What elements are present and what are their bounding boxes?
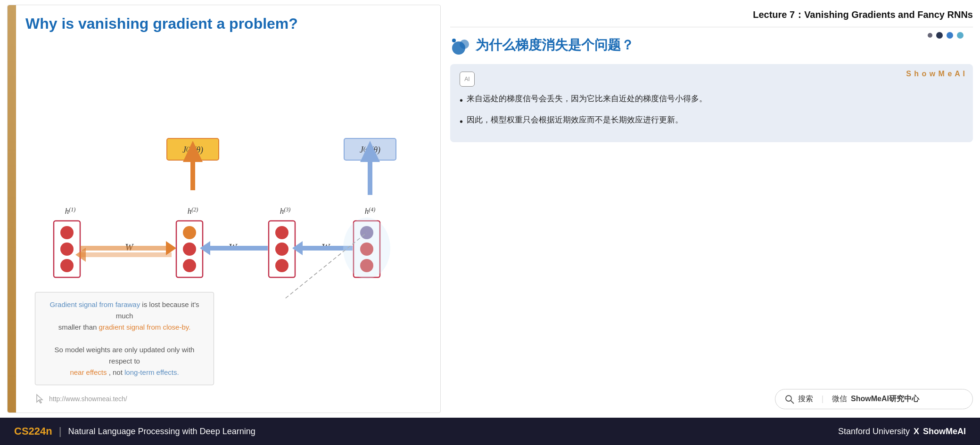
slide-panel: Why is vanishing gradient a problem? J(2… [7,5,441,413]
dot-1 [928,33,932,38]
svg-point-15 [183,226,196,239]
showmeai-brand: S h o w M e A I [906,70,965,78]
chinese-title: 为什么梯度消失是个问题？ [476,36,634,54]
bottom-right: Stanford University X ShowMeAI [838,427,966,437]
bottom-divider: | [59,425,62,437]
svg-point-12 [60,259,74,272]
svg-point-21 [275,243,288,256]
svg-marker-34 [205,246,268,251]
showmeai-card: AI S h o w M e A I 来自远处的梯度信号会丢失，因为它比来自近处… [450,64,973,142]
bullet-item-2: 因此，模型权重只会根据近期效应而不是长期效应进行更新。 [460,113,964,129]
search-divider: ｜ [819,394,826,404]
footer-url: http://www.showmeai.tech/ [49,395,127,403]
title-icon [450,35,471,56]
cursor-icon [35,394,45,404]
bullet-item-1: 来自远处的梯度信号会丢失，因为它比来自近处的梯度信号小得多。 [460,92,964,108]
svg-point-43 [460,40,469,49]
lecture-header: Lecture 7：Vanishing Gradients and Fancy … [450,5,973,27]
svg-text:h(1): h(1) [65,206,76,216]
svg-marker-41 [37,395,42,403]
annotation-not: , not [109,368,124,376]
chinese-title-row: 为什么梯度消失是个问题？ [450,35,973,56]
course-code: CS224n [14,425,52,437]
right-content: 为什么梯度消失是个问题？ AI S h o w M e A I 来自远处的梯度信… [450,35,973,413]
bullet-list: 来自远处的梯度信号会丢失，因为它比来自近处的梯度信号小得多。 因此，模型权重只会… [460,92,964,129]
annotation-faraway: Gradient signal from faraway [49,300,140,308]
rnn-diagram: J(2)(θ) J(4)(θ) h(1) [35,134,421,299]
annotation-text2: smaller than gradient signal from close-… [44,322,205,333]
slide-title: Why is vanishing gradient a problem? [25,15,431,32]
annotation-longterm: long-term effects. [124,368,179,376]
svg-point-11 [60,243,74,256]
annotation-text3: So model weights are only updated only w… [44,344,205,367]
svg-text:h(3): h(3) [280,206,291,216]
showmeai-footer-brand: ShowMeAI [923,427,966,437]
right-panel: Lecture 7：Vanishing Gradients and Fancy … [445,0,980,418]
search-bar[interactable]: 搜索 ｜ 微信 ShowMeAI研究中心 [775,389,973,409]
annotation-near: near effects [70,368,107,376]
svg-text:h(4): h(4) [365,206,376,216]
svg-point-20 [275,226,288,239]
svg-point-22 [275,259,288,272]
svg-point-10 [60,226,74,239]
svg-point-17 [183,259,196,272]
svg-marker-6 [368,160,372,195]
bottom-left: CS224n | Natural Language Processing wit… [14,425,255,437]
dot-2 [936,32,943,39]
svg-marker-31 [80,252,172,257]
dot-4 [957,32,964,39]
svg-marker-29 [80,246,172,251]
svg-text:h(2): h(2) [188,206,198,216]
course-name: Natural Language Processing with Deep Le… [68,427,255,437]
search-wechat: 微信 [832,394,847,404]
slide-left-bar [8,5,16,413]
x-symbol: X [914,427,919,437]
slide-footer: http://www.showmeai.tech/ [25,390,431,408]
search-icon [785,395,794,404]
svg-line-46 [791,401,794,404]
svg-point-44 [452,39,456,42]
svg-point-45 [786,396,791,401]
svg-marker-4 [190,160,195,190]
ai-icon: AI [460,72,475,87]
annotation-box: Gradient signal from faraway is lost bec… [35,292,214,385]
dot-3 [947,32,953,39]
bottom-bar: CS224n | Natural Language Processing wit… [0,418,980,445]
search-brand: ShowMeAI研究中心 [851,394,919,404]
diagram-area: J(2)(θ) J(4)(θ) h(1) [25,42,431,390]
svg-point-16 [183,243,196,256]
dots-row [928,32,964,39]
search-text: 搜索 [798,394,813,404]
university-name: Stanford University [838,427,910,437]
annotation-closeby: gradient signal from close-by. [99,323,191,331]
svg-point-40 [343,218,390,279]
